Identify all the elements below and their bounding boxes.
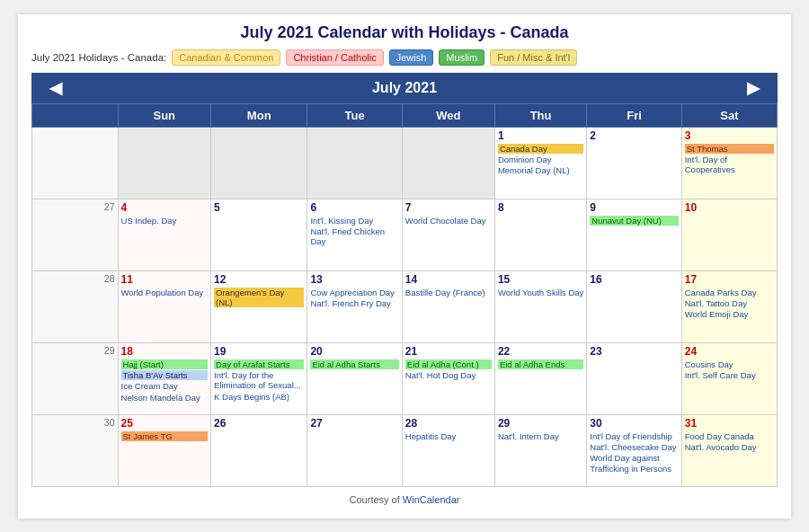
header-sat: Sat <box>681 103 777 127</box>
event-label: Int'l. Day for the Elimination of Sexual… <box>214 370 304 391</box>
day-cell <box>402 127 494 199</box>
next-month-arrow[interactable]: ▶ <box>740 78 767 98</box>
day-cell: 29Nat'l. Intern Day <box>494 414 586 486</box>
event-label: Canada Parks Day <box>685 288 774 297</box>
day-number: 10 <box>685 201 774 214</box>
week-num-4: 30 <box>32 414 119 486</box>
event-label: Cousins Day <box>685 359 774 369</box>
event-label: Nat'l. Intern Day <box>498 431 583 441</box>
day-cell: 22Eid al Adha Ends <box>494 342 586 414</box>
day-number: 24 <box>685 345 774 358</box>
event-label: Hepatitis Day <box>405 431 492 441</box>
event-label: World Population Day <box>121 288 209 297</box>
day-number: 17 <box>685 273 774 286</box>
day-cell: 20Eid al Adha Starts <box>307 342 402 414</box>
event-label: Ice Cream Day <box>121 381 209 391</box>
event-label: Nelson Mandela Day <box>121 393 209 403</box>
main-title: July 2021 Calendar with Holidays - Canad… <box>31 23 778 42</box>
event-label: Memorial Day (NL) <box>498 165 583 175</box>
legend-row: July 2021 Holidays - Canada: Canadian & … <box>31 49 778 66</box>
footer-link[interactable]: WinCalendar <box>403 494 460 505</box>
day-cell: 28Hepatitis Day <box>402 414 494 486</box>
week-num-2: 28 <box>32 270 119 342</box>
event-label: World Emoji Day <box>685 309 774 319</box>
day-number: 13 <box>310 273 398 286</box>
day-number: 29 <box>498 417 583 430</box>
day-number: 3 <box>685 129 774 142</box>
footer-text: Courtesy of <box>350 494 403 505</box>
calendar-container: July 2021 Calendar with Holidays - Canad… <box>18 14 791 519</box>
event-label: Nat'l. Fried Chicken Day <box>310 226 398 247</box>
day-cell: 26 <box>211 414 307 486</box>
day-number: 2 <box>590 129 678 142</box>
header-thu: Thu <box>494 103 586 127</box>
day-number: 12 <box>214 273 304 286</box>
day-cell: 5 <box>211 199 307 270</box>
day-cell: 10 <box>681 199 777 270</box>
day-number: 5 <box>214 201 304 214</box>
badge-canadian[interactable]: Canadian & Common <box>172 49 280 66</box>
day-number: 19 <box>214 345 304 358</box>
day-cell: 11World Population Day <box>118 270 211 342</box>
event-label: World Day against Trafficking in Persons <box>590 453 678 474</box>
day-number: 31 <box>685 417 774 430</box>
day-number: 6 <box>310 201 398 214</box>
event-label: St Thomas <box>685 144 774 154</box>
week-num-1: 27 <box>32 199 119 270</box>
nav-header: ◀ July 2021 ▶ <box>31 73 778 103</box>
day-cell: 19Day of Arafat StartsInt'l. Day for the… <box>211 342 307 414</box>
event-label: Tisha B'Av Starts <box>121 370 209 380</box>
event-label: St James TG <box>121 431 209 441</box>
day-cell: 12Orangemen's Day (NL) <box>211 270 307 342</box>
event-label: Nunavut Day (NU) <box>590 216 678 226</box>
event-label: Int'l. Kissing Day <box>310 216 398 226</box>
badge-christian[interactable]: Christian / Catholic <box>286 49 383 66</box>
event-label: Canada Day <box>498 144 583 154</box>
event-label: Int'l. Day of Cooperatives <box>685 155 774 175</box>
event-label: Hajj (Start) <box>121 359 209 369</box>
day-cell: 17Canada Parks DayNat'l. Tattoo DayWorld… <box>681 270 777 342</box>
day-number: 21 <box>405 345 492 358</box>
event-label: World Youth Skills Day <box>498 288 583 297</box>
event-label: Orangemen's Day (NL) <box>214 288 304 308</box>
day-cell: 9Nunavut Day (NU) <box>587 199 681 270</box>
nav-month-title: July 2021 <box>372 80 437 96</box>
day-cell: 21Eid al Adha (Cont.)Nat'l. Hot Dog Day <box>402 342 494 414</box>
day-number: 22 <box>498 345 583 358</box>
badge-jewish[interactable]: Jewish <box>389 49 434 66</box>
day-cell: 25St James TG <box>118 414 211 486</box>
day-cell: 4US Indep. Day <box>118 199 211 270</box>
day-number: 25 <box>121 417 209 430</box>
day-cell <box>211 127 307 199</box>
day-cell: 18Hajj (Start)Tisha B'Av StartsIce Cream… <box>118 342 211 414</box>
day-cell: 14Bastille Day (France) <box>402 270 494 342</box>
badge-fun[interactable]: Fun / Misc & Int'l <box>490 49 577 66</box>
day-number: 30 <box>590 417 678 430</box>
event-label: US Indep. Day <box>121 216 209 226</box>
event-label: Eid al Adha Ends <box>498 359 583 369</box>
day-cell: 31Food Day CanadaNat'l. Avocado Day <box>681 414 777 486</box>
day-number: 11 <box>121 273 209 286</box>
event-label: Nat'l. Hot Dog Day <box>405 370 492 380</box>
day-number: 18 <box>121 345 209 358</box>
footer: Courtesy of WinCalendar <box>31 494 778 505</box>
event-label: Dominion Day <box>498 155 583 164</box>
event-label: Nat'l. Tattoo Day <box>685 298 774 308</box>
prev-month-arrow[interactable]: ◀ <box>42 78 69 98</box>
event-label: Eid al Adha Starts <box>310 359 398 369</box>
day-cell: 6Int'l. Kissing DayNat'l. Fried Chicken … <box>307 199 402 270</box>
badge-muslim[interactable]: Muslim <box>439 49 485 66</box>
event-label: Day of Arafat Starts <box>214 359 304 369</box>
event-label: Cow Appreciation Day <box>310 288 398 297</box>
day-cell: 16 <box>587 270 681 342</box>
day-number: 15 <box>498 273 583 286</box>
event-label: Bastille Day (France) <box>405 288 492 297</box>
header-sun: Sun <box>118 103 211 127</box>
day-number: 4 <box>121 201 209 214</box>
event-label: Nat'l. Cheesecake Day <box>590 442 678 452</box>
day-cell: 7World Chocolate Day <box>402 199 494 270</box>
header-wed: Wed <box>402 103 494 127</box>
day-number: 20 <box>310 345 398 358</box>
day-number: 14 <box>405 273 492 286</box>
calendar-table: Sun Mon Tue Wed Thu Fri Sat 1Canada DayD… <box>31 103 778 487</box>
